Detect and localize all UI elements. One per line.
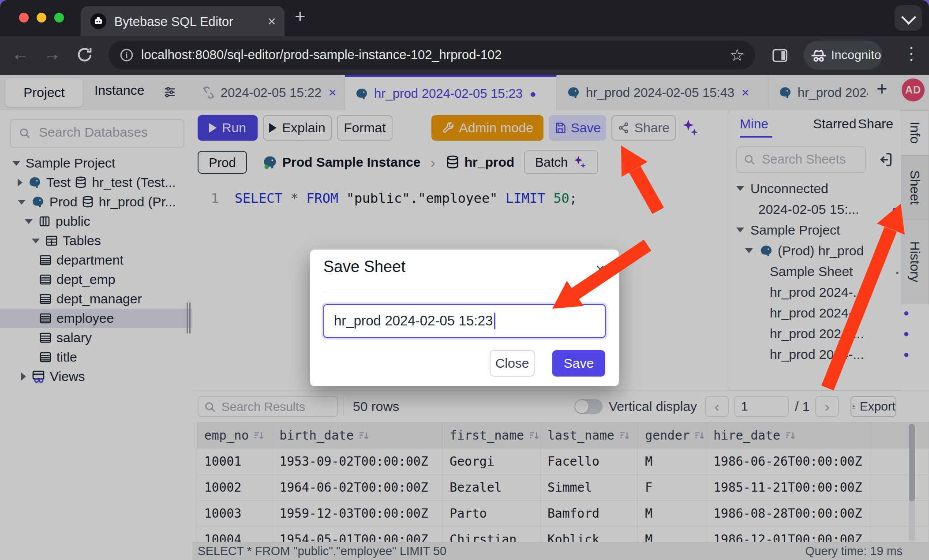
dialog-title: Save Sheet [323, 258, 405, 276]
incognito-icon [809, 46, 828, 65]
browser-menu-icon[interactable]: ⋮ [903, 43, 920, 63]
dialog-save-button[interactable]: Save [552, 350, 605, 377]
sheet-name-input[interactable]: hr_prod 2024-02-05 15:23 [323, 304, 606, 338]
site-info-icon[interactable] [119, 48, 134, 63]
browser-window: Bytebase SQL Editor × + ← → localhost:80… [0, 0, 929, 560]
minimize-window-button[interactable] [37, 13, 46, 22]
zoom-window-button[interactable] [54, 13, 64, 22]
text-cursor [494, 313, 495, 329]
tab-search-button[interactable] [895, 5, 922, 31]
back-icon[interactable]: ← [11, 44, 29, 64]
incognito-badge: Incognito [804, 41, 882, 70]
reload-icon[interactable] [76, 46, 94, 67]
new-tab-button[interactable]: + [295, 6, 306, 27]
dialog-close-button[interactable]: Close [490, 350, 535, 377]
browser-tab-title: Bytebase SQL Editor [114, 15, 233, 29]
divider [323, 292, 606, 292]
close-window-button[interactable] [19, 13, 29, 22]
bytebase-favicon-icon [90, 13, 106, 29]
sheet-name-value: hr_prod 2024-02-05 15:23 [334, 313, 493, 329]
save-sheet-dialog: Save Sheet × hr_prod 2024-02-05 15:23 Cl… [310, 250, 619, 386]
browser-titlebar: Bytebase SQL Editor × + [0, 0, 929, 36]
url-text[interactable]: localhost:8080/sql-editor/prod-sample-in… [141, 48, 502, 62]
screen: Bytebase SQL Editor × + ← → localhost:80… [0, 0, 929, 560]
bookmark-star-icon[interactable]: ☆ [730, 45, 745, 65]
browser-toolbar: ← → localhost:8080/sql-editor/prod-sampl… [0, 36, 929, 75]
close-icon[interactable]: × [596, 260, 605, 279]
incognito-label: Incognito [831, 48, 881, 62]
address-bar[interactable]: localhost:8080/sql-editor/prod-sample-in… [109, 41, 755, 70]
forward-icon[interactable]: → [43, 44, 61, 64]
close-tab-icon[interactable]: × [268, 14, 276, 30]
chevron-down-icon [901, 10, 916, 25]
browser-tab[interactable]: Bytebase SQL Editor × [81, 6, 285, 36]
side-panel-icon[interactable] [771, 47, 789, 64]
